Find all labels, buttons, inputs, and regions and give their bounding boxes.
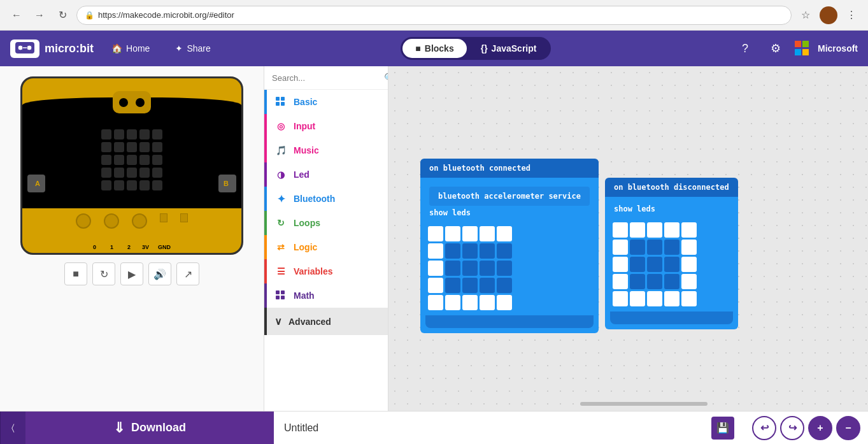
button-b[interactable]: B bbox=[218, 175, 236, 192]
sidebar-item-input[interactable]: ◎ Input bbox=[264, 114, 388, 138]
play-button[interactable]: ▶ bbox=[120, 262, 143, 285]
sidebar-item-basic[interactable]: Basic bbox=[264, 90, 388, 114]
led-cell[interactable] bbox=[480, 295, 495, 310]
led-cell[interactable] bbox=[480, 278, 495, 293]
tab-blocks[interactable]: ■ Blocks bbox=[402, 39, 466, 58]
menu-button[interactable]: ⋮ bbox=[843, 6, 860, 24]
led-cell[interactable] bbox=[613, 240, 628, 255]
svg-rect-8 bbox=[276, 290, 280, 294]
sidebar-item-bluetooth[interactable]: ✦ Bluetooth bbox=[264, 187, 388, 211]
led-cell[interactable] bbox=[613, 274, 628, 289]
led-cell[interactable] bbox=[681, 274, 697, 289]
led-cell[interactable] bbox=[480, 261, 495, 276]
address-bar: 🔒 https://makecode.microbit.org/#editor bbox=[76, 6, 792, 25]
led-cell[interactable] bbox=[647, 257, 662, 272]
led-cell[interactable] bbox=[681, 240, 697, 255]
led-cell[interactable] bbox=[497, 261, 512, 276]
led-cell[interactable] bbox=[428, 278, 443, 293]
led-cell[interactable] bbox=[497, 226, 512, 241]
sidebar-item-advanced[interactable]: ∨ Advanced bbox=[264, 308, 388, 335]
math-icon bbox=[274, 289, 287, 302]
sidebar-item-led[interactable]: ◑ Led bbox=[264, 162, 388, 187]
led-cell[interactable] bbox=[613, 257, 628, 272]
led-cell[interactable] bbox=[480, 226, 495, 241]
led-cell[interactable] bbox=[428, 295, 443, 310]
led-cell[interactable] bbox=[664, 240, 679, 255]
led-cell[interactable] bbox=[613, 222, 628, 238]
led-cell[interactable] bbox=[445, 278, 460, 293]
led-cell[interactable] bbox=[462, 226, 478, 241]
led-cell[interactable] bbox=[480, 243, 495, 259]
block-bluetooth-disconnected[interactable]: on bluetooth disconnected show leds bbox=[605, 178, 738, 329]
bookmark-button[interactable]: ☆ bbox=[797, 6, 815, 24]
led-cell[interactable] bbox=[664, 257, 679, 272]
led-cell[interactable] bbox=[664, 291, 679, 306]
led-cell[interactable] bbox=[647, 274, 662, 289]
led-cell[interactable] bbox=[613, 291, 628, 306]
search-input[interactable] bbox=[272, 73, 379, 83]
led-cell[interactable] bbox=[664, 274, 679, 289]
zoom-out-button[interactable]: − bbox=[836, 416, 860, 440]
help-button[interactable]: ? bbox=[734, 37, 757, 60]
expand-icon: 〈 bbox=[11, 422, 15, 433]
led-cell[interactable] bbox=[647, 222, 662, 238]
fullscreen-button[interactable]: ↗ bbox=[176, 262, 199, 285]
svg-rect-6 bbox=[276, 102, 280, 106]
led-cell[interactable] bbox=[462, 278, 478, 293]
save-button[interactable]: 💾 bbox=[711, 417, 734, 440]
led-cell[interactable] bbox=[630, 240, 645, 255]
sidebar-item-logic[interactable]: ⇄ Logic bbox=[264, 235, 388, 259]
led-dot bbox=[101, 168, 111, 178]
sidebar-item-music[interactable]: 🎵 Music bbox=[264, 138, 388, 162]
refresh-button[interactable]: ↻ bbox=[53, 6, 71, 24]
stop-button[interactable]: ■ bbox=[64, 262, 87, 285]
led-cell[interactable] bbox=[681, 257, 697, 272]
led-cell[interactable] bbox=[428, 226, 443, 241]
led-cell[interactable] bbox=[428, 243, 443, 259]
sidebar-item-loops[interactable]: ↻ Loops bbox=[264, 211, 388, 235]
home-icon: 🏠 bbox=[111, 43, 122, 54]
led-cell[interactable] bbox=[497, 243, 512, 259]
profile-avatar[interactable] bbox=[820, 6, 837, 24]
led-cell[interactable] bbox=[647, 240, 662, 255]
led-cell[interactable] bbox=[445, 261, 460, 276]
redo-button[interactable]: ↪ bbox=[780, 416, 804, 440]
led-cell[interactable] bbox=[664, 222, 679, 238]
back-button[interactable]: ← bbox=[8, 6, 25, 24]
home-button[interactable]: 🏠 Home bbox=[104, 39, 157, 57]
led-cell[interactable] bbox=[462, 261, 478, 276]
led-cell[interactable] bbox=[681, 222, 697, 238]
led-cell[interactable] bbox=[428, 261, 443, 276]
led-cell[interactable] bbox=[462, 243, 478, 259]
project-name-input[interactable] bbox=[284, 422, 706, 434]
share-button[interactable]: ✦ Share bbox=[167, 39, 218, 57]
settings-button[interactable]: ⚙ bbox=[764, 37, 787, 60]
sidebar-item-variables[interactable]: ☰ Variables bbox=[264, 259, 388, 283]
led-cell[interactable] bbox=[630, 257, 645, 272]
button-a[interactable]: A bbox=[27, 175, 45, 192]
zoom-in-button[interactable]: + bbox=[808, 416, 832, 440]
canvas-scrollbar[interactable] bbox=[580, 402, 708, 406]
tab-javascript[interactable]: {} JavaScript bbox=[468, 39, 550, 58]
sidebar-item-math[interactable]: Math bbox=[264, 283, 388, 308]
code-canvas[interactable]: on bluetooth connected bluetooth acceler… bbox=[388, 66, 868, 411]
led-grid-2 bbox=[610, 220, 733, 309]
led-cell[interactable] bbox=[445, 243, 460, 259]
forward-button[interactable]: → bbox=[31, 6, 48, 24]
led-cell[interactable] bbox=[445, 226, 460, 241]
led-cell[interactable] bbox=[630, 222, 645, 238]
led-cell[interactable] bbox=[647, 291, 662, 306]
expand-button[interactable]: 〈 bbox=[0, 412, 25, 445]
led-cell[interactable] bbox=[445, 295, 460, 310]
led-cell[interactable] bbox=[630, 291, 645, 306]
block-bluetooth-connected[interactable]: on bluetooth connected bluetooth acceler… bbox=[420, 159, 599, 333]
led-cell[interactable] bbox=[497, 295, 512, 310]
undo-button[interactable]: ↩ bbox=[752, 416, 776, 440]
download-button[interactable]: ⇓ Download bbox=[25, 412, 274, 445]
restart-button[interactable]: ↻ bbox=[92, 262, 115, 285]
led-cell[interactable] bbox=[630, 274, 645, 289]
led-cell[interactable] bbox=[497, 278, 512, 293]
led-cell[interactable] bbox=[462, 295, 478, 310]
audio-button[interactable]: 🔊 bbox=[148, 262, 171, 285]
led-cell[interactable] bbox=[681, 291, 697, 306]
